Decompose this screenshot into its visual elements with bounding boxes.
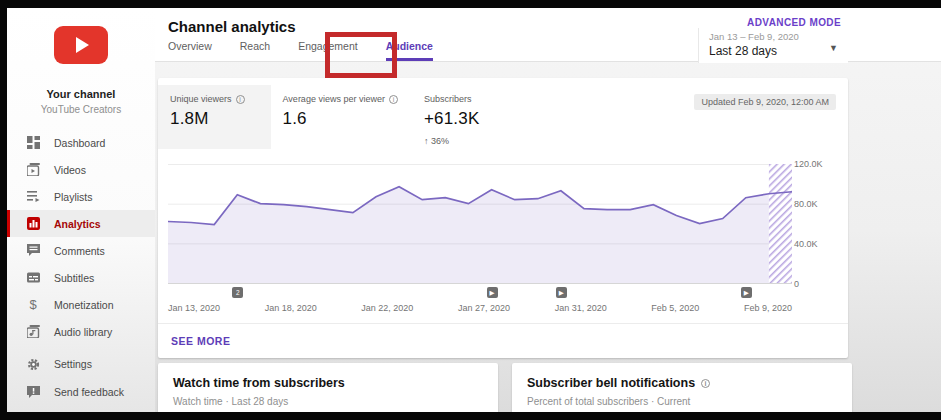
sidebar-item-monetization[interactable]: $ Monetization (7, 291, 155, 318)
x-tick: Jan 31, 2020 (555, 303, 607, 313)
video-marker-badge[interactable]: ▶ (556, 287, 567, 298)
video-marker-badge[interactable]: ▶ (741, 287, 752, 298)
audience-chart-svg (168, 164, 792, 283)
chart-marker-row: 2▶▶▶ (168, 287, 792, 302)
dashboard-icon (26, 136, 40, 150)
stat-unique-viewers[interactable]: Unique viewersi 1.8M (158, 85, 271, 149)
monetization-icon: $ (26, 298, 40, 312)
stats-row: Unique viewersi 1.8M Average views per v… (158, 78, 848, 152)
sidebar-item-dashboard[interactable]: Dashboard (7, 129, 155, 156)
average-views-value: 1.6 (283, 109, 398, 129)
sidebar-item-subtitles[interactable]: Subtitles (7, 264, 155, 291)
audio-library-icon (26, 325, 40, 339)
letterbox-left (0, 0, 7, 420)
subscribers-value: +61.3K (424, 109, 480, 129)
playlists-icon (26, 190, 40, 204)
main-content: Channel analytics Overview Reach Engagem… (155, 8, 941, 412)
chart-y-axis: 120.0K 80.0K 40.0K 0 (794, 164, 834, 284)
date-range-text: Jan 13 – Feb 9, 2020 (709, 31, 838, 42)
stat-average-views[interactable]: Average views per vieweri 1.6 (271, 85, 412, 138)
tab-audience[interactable]: Audience (386, 40, 433, 61)
y-tick: 0 (794, 279, 799, 289)
watch-time-card-title: Watch time from subscribers (173, 376, 483, 390)
sidebar-item-videos[interactable]: Videos (7, 156, 155, 183)
gear-icon (26, 357, 40, 371)
y-tick: 120.0K (794, 159, 823, 169)
letterbox-bottom (0, 412, 941, 420)
sidebar-menu: Dashboard Videos Playlists Analytics (7, 129, 155, 345)
info-icon: i (389, 95, 398, 104)
feedback-icon (26, 385, 40, 399)
sidebar-item-playlists[interactable]: Playlists (7, 183, 155, 210)
info-icon: i (701, 379, 710, 388)
channel-name: Your channel (7, 88, 155, 100)
video-marker-badge[interactable]: ▶ (487, 287, 498, 298)
sidebar-item-comments[interactable]: Comments (7, 237, 155, 264)
sidebar-item-send-feedback[interactable]: Send feedback (7, 378, 155, 406)
analytics-tabs: Overview Reach Engagement Audience (168, 40, 433, 61)
see-more-link[interactable]: SEE MORE (158, 323, 848, 358)
chart-generated (168, 164, 792, 283)
subscribers-delta: ↑ 36% (424, 136, 480, 146)
sidebar-item-audio-library[interactable]: Audio library (7, 318, 155, 345)
x-tick: Jan 22, 2020 (361, 303, 413, 313)
audience-analytics-card: Unique viewersi 1.8M Average views per v… (158, 78, 848, 358)
sidebar-item-analytics[interactable]: Analytics (7, 210, 155, 237)
y-tick: 40.0K (794, 239, 818, 249)
tab-engagement[interactable]: Engagement (298, 40, 358, 61)
stat-subscribers[interactable]: Subscribers +61.3K ↑ 36% (412, 85, 494, 155)
tab-reach[interactable]: Reach (240, 40, 270, 61)
y-tick: 80.0K (794, 199, 818, 209)
channel-subtitle: YouTube Creators (7, 104, 155, 115)
date-preset-text: Last 28 days (709, 44, 838, 58)
x-tick: Feb 5, 2020 (651, 303, 699, 313)
audience-chart: 2▶▶▶ Jan 13, 2020 Jan 18, 2020 Jan 22, 2… (158, 164, 848, 313)
updated-badge: Updated Feb 9, 2020, 12:00 AM (694, 94, 836, 110)
letterbox-top (0, 0, 941, 8)
chevron-down-icon: ▼ (829, 43, 838, 53)
x-tick: Jan 18, 2020 (265, 303, 317, 313)
chart-x-axis: Jan 13, 2020 Jan 18, 2020 Jan 22, 2020 J… (168, 303, 792, 313)
sidebar-footer: Settings Send feedback (7, 350, 155, 406)
videos-icon (26, 163, 40, 177)
subtitles-icon (26, 271, 40, 285)
x-tick: Jan 13, 2020 (168, 303, 220, 313)
chart-plot-area[interactable] (168, 164, 792, 284)
advanced-mode-button[interactable]: ADVANCED MODE (747, 17, 841, 28)
tab-overview[interactable]: Overview (168, 40, 212, 61)
note-marker-badge[interactable]: 2 (232, 287, 243, 298)
youtube-logo-icon[interactable] (54, 26, 108, 64)
date-range-picker[interactable]: Jan 13 – Feb 9, 2020 Last 28 days ▼ (698, 28, 848, 63)
x-tick: Feb 9, 2020 (744, 303, 792, 313)
bell-card-subtitle: Percent of total subscribers · Current (527, 396, 837, 407)
info-icon: i (236, 95, 245, 104)
analytics-icon (26, 217, 40, 231)
x-tick: Jan 27, 2020 (458, 303, 510, 313)
watch-time-card-subtitle: Watch time · Last 28 days (173, 396, 483, 407)
bell-card-title: Subscriber bell notifications (527, 376, 695, 390)
unique-viewers-value: 1.8M (170, 109, 245, 129)
video-frame: Your channel YouTube Creators Dashboard … (0, 0, 941, 420)
comments-icon (26, 244, 40, 258)
page-title: Channel analytics (168, 18, 296, 35)
studio-sidebar: Your channel YouTube Creators Dashboard … (7, 8, 155, 412)
sidebar-item-settings[interactable]: Settings (7, 350, 155, 378)
